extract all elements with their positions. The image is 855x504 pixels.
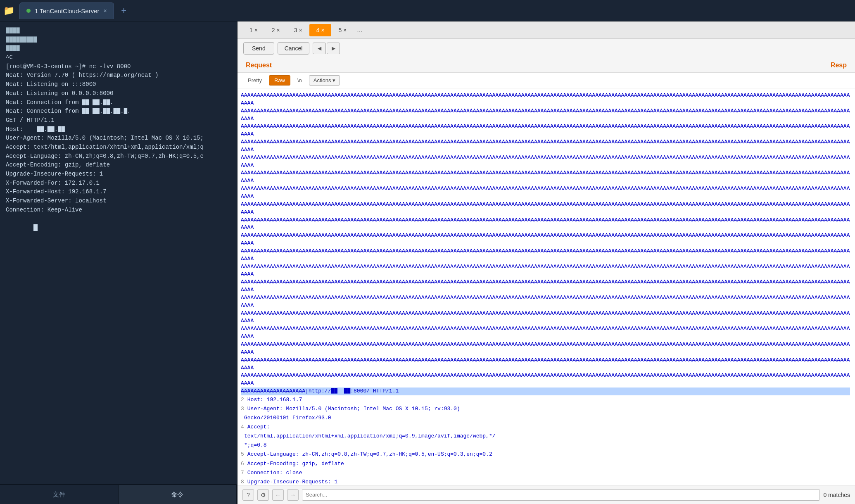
aaa-line: AAAAAAAAAAAAAAAAAAAAAAAAAAAAAAAAAAAAAAAA… bbox=[241, 357, 850, 372]
folder-icon[interactable]: 📁 bbox=[3, 5, 14, 16]
terminal-line: Ncat: Version 7.70 ( https://nmap.org/nc… bbox=[6, 71, 231, 80]
terminal-line: X-Forwarded-Host: 192.168.1.7 bbox=[6, 188, 231, 197]
terminal-line: Ncat: Connection from ██ ██.██.██.█. bbox=[6, 107, 231, 116]
actions-button[interactable]: Actions ▾ bbox=[309, 75, 340, 86]
terminal-line: [root@VM-0-3-centos ~]# nc -lvv 8000 bbox=[6, 62, 231, 71]
burp-tab-4[interactable]: 4 × bbox=[309, 24, 332, 36]
cancel-button[interactable]: Cancel bbox=[278, 42, 310, 55]
next-icon: → bbox=[290, 492, 296, 498]
aaa-line: AAAAAAAAAAAAAAAAAAAAAAAAAAAAAAAAAAAAAAAA… bbox=[241, 154, 850, 170]
http-line: 4Accept: bbox=[241, 423, 850, 432]
aaa-line: AAAAAAAAAAAAAAAAAAAAAAAAAAAAAAAAAAAAAAAA… bbox=[241, 169, 850, 185]
burp-tab-1[interactable]: 1 × bbox=[242, 24, 265, 36]
aaa-line: AAAAAAAAAAAAAAAAAAAAAAAAAAAAAAAAAAAAAAAA… bbox=[241, 247, 850, 263]
dropdown-icon: ▾ bbox=[332, 77, 335, 83]
aaa-line: AAAAAAAAAAAAAAAAAAAAAAAAAAAAAAAAAAAAAAAA… bbox=[241, 294, 850, 310]
request-body[interactable]: AAAAAAAAAAAAAAAAAAAAAAAAAAAAAAAAAAAAAAAA… bbox=[238, 88, 855, 485]
response-label: Resp bbox=[822, 58, 855, 72]
aaa-line: AAAAAAAAAAAAAAAAAAAAAAAAAAAAAAAAAAAAAAAA… bbox=[241, 263, 850, 279]
http-line: 6Accept-Encoding: gzip, deflate bbox=[241, 459, 850, 468]
terminal-line: Upgrade-Insecure-Requests: 1 bbox=[6, 170, 231, 179]
aaa-line: AAAAAAAAAAAAAAAAAAAAAAAAAAAAAAAAAAAAAAAA… bbox=[241, 310, 850, 326]
aaa-line: AAAAAAAAAAAAAAAAAAAAAAAAAAAAAAAAAAAAAAAA… bbox=[241, 123, 850, 138]
search-next-button[interactable]: → bbox=[287, 489, 299, 501]
terminal-line: Accept-Language: zh-CN,zh;q=0.8,zh-TW;q=… bbox=[6, 152, 231, 161]
search-input[interactable] bbox=[302, 489, 820, 501]
terminal-content[interactable]: █████████████████^C[root@VM-0-3-centos ~… bbox=[0, 21, 237, 484]
http-line: 8Upgrade-Insecure-Requests: 1 bbox=[241, 478, 850, 485]
aaa-line: AAAAAAAAAAAAAAAAAAAAAAAAAAAAAAAAAAAAAAAA… bbox=[241, 185, 850, 201]
tab-close-button[interactable]: × bbox=[103, 7, 107, 14]
aaa-line: AAAAAAAAAAAAAAAAAAAAAAAAAAAAAAAAAAAAAAAA… bbox=[241, 216, 850, 232]
tab-bar: 📁 1 TenCentCloud-Server × + bbox=[0, 0, 855, 21]
nav-prev-button[interactable]: ◀ bbox=[313, 43, 326, 54]
aaa-line: AAAAAAAAAAAAAAAAAAAAAAAAAAAAAAAAAAAAAAAA… bbox=[241, 278, 850, 294]
terminal-line: Accept-Encoding: gzip, deflate bbox=[6, 161, 231, 170]
terminal-tab-file[interactable]: 文件 bbox=[0, 485, 119, 504]
terminal-line: Host: ██.██.██ bbox=[6, 125, 231, 134]
terminal-tab-file-label: 文件 bbox=[53, 491, 65, 499]
terminal-line: ████ bbox=[6, 44, 231, 53]
terminal-line: █████████ bbox=[6, 36, 231, 45]
aaa-line: AAAAAAAAAAAAAAAAAAAAAAAAAAAAAAAAAAAAAAAA… bbox=[241, 107, 850, 123]
main-content: █████████████████^C[root@VM-0-3-centos ~… bbox=[0, 21, 855, 504]
actions-label: Actions bbox=[314, 77, 331, 83]
request-body-content: AAAAAAAAAAAAAAAAAAAAAAAAAAAAAAAAAAAAAAAA… bbox=[238, 90, 855, 485]
nav-next-button[interactable]: ▶ bbox=[327, 43, 340, 54]
terminal-cursor bbox=[33, 224, 38, 231]
aaa-line: AAAAAAAAAAAAAAAAAAAAAAAAAAAAAAAAAAAAAAAA… bbox=[241, 138, 850, 154]
aaa-line: AAAAAAAAAAAAAAAAAAAAAAAAAAAAAAAAAAAAAAAA… bbox=[241, 232, 850, 247]
terminal-line: ████ bbox=[6, 26, 231, 36]
n-button[interactable]: \n bbox=[292, 75, 307, 86]
terminal-line: Ncat: Listening on 0.0.0.0:8000 bbox=[6, 89, 231, 98]
nav-group: ◀ ▶ bbox=[313, 43, 340, 54]
tab-label: 1 TenCentCloud-Server bbox=[35, 7, 99, 14]
http-line: 7Connection: close bbox=[241, 468, 850, 478]
burp-action-bar: Send Cancel ◀ ▶ bbox=[238, 39, 855, 58]
http-line: Gecko/20100101 Firefox/93.0 bbox=[241, 414, 850, 423]
help-icon: ? bbox=[247, 492, 250, 498]
raw-button[interactable]: Raw bbox=[269, 75, 290, 86]
terminal-line: Ncat: Listening on :::8000 bbox=[6, 80, 231, 89]
http-line: 5Accept-Language: zh-CN,zh;q=0.8,zh-TW;q… bbox=[241, 450, 850, 459]
settings-button[interactable]: ⚙ bbox=[257, 489, 269, 501]
section-header: Request Resp bbox=[238, 58, 855, 73]
aaa-line: AAAAAAAAAAAAAAAAAAAAAAAAAAAAAAAAAAAAAAAA… bbox=[241, 201, 850, 216]
terminal-line: User-Agent: Mozilla/5.0 (Macintosh; Inte… bbox=[6, 134, 231, 143]
terminal-tab-command[interactable]: 命令 bbox=[119, 485, 237, 504]
send-button[interactable]: Send bbox=[243, 42, 274, 55]
burp-tab-5[interactable]: 5 × bbox=[331, 24, 354, 36]
burp-tab-2[interactable]: 2 × bbox=[265, 24, 287, 36]
new-tab-button[interactable]: + bbox=[117, 4, 131, 17]
settings-icon: ⚙ bbox=[261, 492, 266, 498]
help-button[interactable]: ? bbox=[242, 489, 254, 501]
prev-icon: ← bbox=[275, 492, 281, 498]
format-bar: Pretty Raw \n Actions ▾ bbox=[238, 73, 855, 88]
burp-tab-more[interactable]: ... bbox=[354, 24, 366, 36]
search-prev-button[interactable]: ← bbox=[272, 489, 284, 501]
terminal-line: Connection: Keep-Alive bbox=[6, 206, 231, 215]
aaa-line: AAAAAAAAAAAAAAAAAAAAAAAAAAAAAAAAAAAAAAAA… bbox=[241, 325, 850, 341]
terminal-line: X-Forwarded-Server: localhost bbox=[6, 197, 231, 206]
http-line: *;q=0.8 bbox=[241, 441, 850, 450]
pretty-button[interactable]: Pretty bbox=[242, 75, 267, 86]
aaa-line: AAAAAAAAAAAAAAAAAAAA|http://██ ██:8000/ … bbox=[241, 388, 850, 395]
terminal-cursor-line bbox=[6, 214, 231, 241]
burp-tab-3[interactable]: 3 × bbox=[287, 24, 309, 36]
aaa-line: AAAAAAAAAAAAAAAAAAAAAAAAAAAAAAAAAAAAAAAA… bbox=[241, 92, 850, 107]
aaa-line: AAAAAAAAAAAAAAAAAAAAAAAAAAAAAAAAAAAAAAAA… bbox=[241, 341, 850, 357]
terminal-bottom-tabs: 文件 命令 bbox=[0, 484, 237, 504]
matches-text: 0 matches bbox=[823, 492, 850, 498]
tab-status-dot bbox=[26, 9, 31, 13]
burp-panel: 1 × 2 × 3 × 4 × 5 × ... Send Cancel ◀ ▶ … bbox=[238, 21, 855, 504]
http-line: 2Host: 192.168.1.7 bbox=[241, 395, 850, 404]
http-line: text/html,application/xhtml+xml,applicat… bbox=[241, 432, 850, 441]
tab-tencent[interactable]: 1 TenCentCloud-Server × bbox=[19, 2, 114, 19]
terminal-line: Ncat: Connection from ██ ██.██. bbox=[6, 98, 231, 107]
http-line: 3User-Agent: Mozilla/5.0 (Macintosh; Int… bbox=[241, 404, 850, 414]
terminal-panel: █████████████████^C[root@VM-0-3-centos ~… bbox=[0, 21, 238, 504]
request-label: Request bbox=[238, 58, 280, 72]
terminal-line: Accept: text/html,application/xhtml+xml,… bbox=[6, 143, 231, 152]
terminal-line: X-Forwarded-For: 172.17.0.1 bbox=[6, 179, 231, 188]
bottom-bar: ? ⚙ ← → 0 matches bbox=[238, 485, 855, 504]
